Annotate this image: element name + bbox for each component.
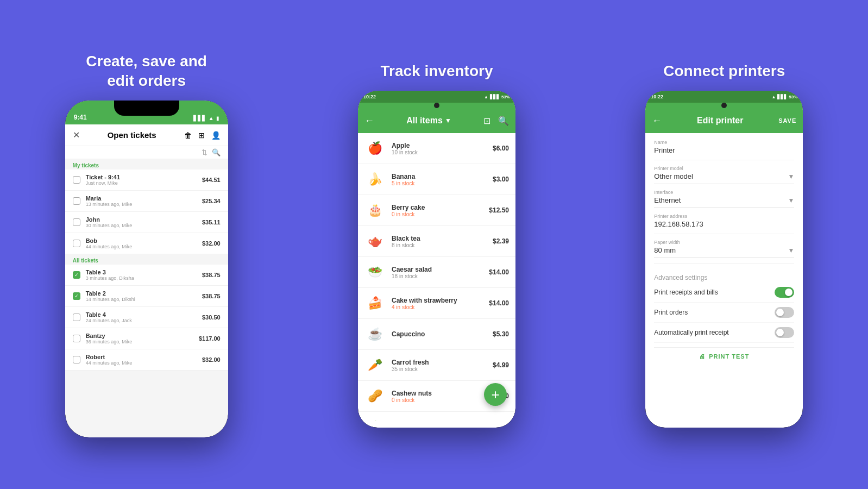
ticket-checkbox[interactable]: ✓	[73, 271, 80, 279]
inventory-item[interactable]: 🍌 Banana5 in stock $3.00	[358, 164, 515, 195]
item-stock: 4 in stock	[392, 304, 489, 310]
inventory-list: 🍎 Apple10 in stock $6.00 🍌 Banana5 in st…	[358, 133, 515, 421]
inventory-item[interactable]: 🍰 Cake with strawberry4 in stock $14.00	[358, 288, 515, 319]
inventory-item[interactable]: 🥗 Caesar salad18 in stock $14.00	[358, 257, 515, 288]
inventory-item[interactable]: 🎂 Berry cake0 in stock $12.50	[358, 195, 515, 226]
item-image: 🫖	[364, 230, 386, 252]
auto-receipt-toggle[interactable]	[775, 327, 794, 338]
print-test-button[interactable]: 🖨 PRINT TEST	[654, 347, 794, 365]
print-orders-toggle[interactable]	[775, 307, 794, 318]
ticket-checkbox[interactable]: ✓	[73, 292, 80, 300]
toggle-auto-receipt-row: Automatically print receipt	[654, 323, 794, 343]
inventory-item[interactable]: 🍎 Apple10 in stock $6.00	[358, 133, 515, 164]
ticket-item[interactable]: Robert44 minutes ago, Mike $32.00	[65, 349, 228, 371]
ticket-item[interactable]: Table 424 minutes ago, Jack $30.50	[65, 307, 228, 328]
ticket-price: $25.34	[202, 198, 221, 204]
ticket-name: Table 2	[86, 290, 202, 297]
item-name: Cheesecake	[392, 421, 493, 422]
battery-icon: 53%	[501, 95, 510, 99]
ticket-name: Robert	[86, 354, 202, 360]
close-icon[interactable]: ✕	[73, 130, 80, 140]
ticket-sub: Just now, Mike	[86, 180, 202, 186]
grid-icon[interactable]: ⊞	[198, 131, 205, 140]
inventory-header: ← All items ▼ ⊡ 🔍	[358, 108, 515, 133]
item-price: $14.00	[489, 268, 509, 276]
ticket-checkbox[interactable]	[73, 218, 80, 226]
item-stock: 10 in stock	[392, 149, 493, 155]
ticket-name: Bantzy	[86, 333, 199, 339]
add-person-icon[interactable]: 👤	[211, 131, 221, 140]
toggle-orders-label: Print orders	[654, 309, 688, 316]
printer-header: ← Edit printer SAVE	[645, 108, 803, 133]
barcode-icon[interactable]: ⊡	[483, 116, 490, 126]
track-inventory-title: Track inventory	[380, 61, 493, 81]
ticket-item[interactable]: John30 minutes ago, Mike $35.11	[65, 212, 228, 233]
item-price: $6.00	[493, 145, 509, 152]
phone-create-orders: 9:41 ▋▋▋ ▲ ▮ ✕ Open tickets 🗑 ⊞ 👤 ⇅	[65, 101, 228, 437]
address-label: Printer address	[654, 214, 794, 219]
ticket-item[interactable]: Ticket - 9:41Just now, Mike $44.51	[65, 170, 228, 191]
toggle-knob	[776, 329, 784, 336]
back-button[interactable]: ←	[364, 115, 374, 127]
model-select[interactable]: Other model ▼	[654, 172, 794, 184]
print-receipts-toggle[interactable]	[775, 287, 794, 298]
ticket-price: $32.00	[202, 356, 221, 363]
item-price: $14.00	[489, 299, 509, 307]
ticket-item[interactable]: Bantzy36 minutes ago, Mike $117.00	[65, 328, 228, 349]
ticket-price: $38.75	[202, 272, 221, 278]
save-button[interactable]: SAVE	[778, 117, 796, 124]
interface-select[interactable]: Ethernet ▼	[654, 196, 794, 208]
battery-icon: 53%	[789, 95, 797, 99]
advanced-settings-label: Advanced settings	[654, 269, 794, 283]
ticket-checkbox[interactable]	[73, 335, 80, 342]
item-stock: 0 in stock	[392, 211, 489, 217]
status-bar: 10:22 ▲ ▋▋▋ 53%	[358, 91, 515, 103]
phone-inventory: 10:22 ▲ ▋▋▋ 53% ← All items ▼ ⊡	[358, 91, 515, 428]
item-image: 🍎	[364, 137, 386, 159]
inventory-item[interactable]: 🧁 Cheesecake14 in stock $8.50	[358, 412, 515, 421]
item-image: 🍰	[364, 292, 386, 314]
ticket-item[interactable]: Maria13 minutes ago, Mike $25.34	[65, 191, 228, 212]
chevron-down-icon: ▼	[788, 197, 794, 204]
ticket-item[interactable]: ✓ Table 214 minutes ago, Dikshi $38.75	[65, 286, 228, 307]
ticket-checkbox[interactable]	[73, 176, 80, 184]
item-name: Cashew nuts	[392, 390, 489, 397]
inventory-item[interactable]: ☕ Capuccino $5.30	[358, 319, 515, 350]
ticket-checkbox[interactable]	[73, 197, 80, 205]
back-button[interactable]: ←	[652, 115, 662, 127]
ticket-item[interactable]: Bob44 minutes ago, Mike $32.00	[65, 233, 228, 254]
paper-width-label: Paper width	[654, 240, 794, 245]
address-value: 192.168.58.173	[654, 220, 794, 228]
item-image: 🍌	[364, 168, 386, 190]
ticket-price: $44.51	[202, 177, 221, 183]
model-label: Printer model	[654, 166, 794, 171]
ticket-checkbox[interactable]	[73, 356, 80, 363]
dropdown-arrow[interactable]: ▼	[445, 117, 451, 124]
header-icons: 🗑 ⊞ 👤	[184, 131, 221, 140]
add-item-button[interactable]: +	[484, 383, 507, 406]
toggle-knob	[785, 289, 792, 296]
toggle-orders-row: Print orders	[654, 303, 794, 323]
ticket-sub: 36 minutes ago, Mike	[86, 339, 199, 344]
delete-icon[interactable]: 🗑	[184, 131, 192, 140]
inventory-item[interactable]: 🥕 Carrot fresh35 in stock $4.99	[358, 350, 515, 381]
ticket-item[interactable]: ✓ Table 33 minutes ago, Diksha $38.75	[65, 265, 228, 286]
ticket-checkbox[interactable]	[73, 240, 80, 247]
item-stock: 0 in stock	[392, 397, 489, 403]
create-orders-title: Create, save and edit orders	[86, 52, 207, 91]
sort-icon[interactable]: ⇅	[202, 148, 207, 156]
paper-width-value: 80 mm	[654, 246, 676, 254]
inventory-item[interactable]: 🫖 Black tea8 in stock $2.39	[358, 226, 515, 257]
toggle-knob	[776, 309, 784, 316]
search-icon[interactable]: 🔍	[212, 148, 221, 156]
paper-width-select[interactable]: 80 mm ▼	[654, 246, 794, 258]
wifi-icon: ▲	[484, 95, 488, 99]
create-orders-section: Create, save and edit orders 9:41 ▋▋▋ ▲ …	[65, 52, 228, 438]
search-icon[interactable]: 🔍	[498, 116, 509, 126]
ticket-checkbox[interactable]	[73, 314, 80, 321]
interface-value: Ethernet	[654, 196, 681, 204]
item-price: $4.99	[493, 361, 509, 369]
all-tickets-label: All tickets	[65, 254, 228, 265]
tickets-header: ✕ Open tickets 🗑 ⊞ 👤	[65, 124, 228, 146]
item-image: 🥕	[364, 354, 386, 376]
